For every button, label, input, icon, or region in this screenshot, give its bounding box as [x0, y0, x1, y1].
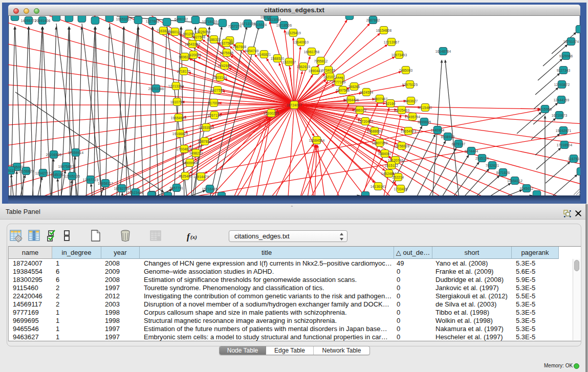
svg-text:8938923: 8938923	[441, 135, 455, 139]
svg-text:1327602: 1327602	[146, 19, 160, 23]
svg-text:7515524: 7515524	[253, 23, 267, 27]
svg-text:12213967: 12213967	[384, 40, 400, 44]
svg-text:17957223: 17957223	[83, 178, 99, 182]
svg-text:2803144: 2803144	[213, 76, 227, 79]
svg-text:6466102: 6466102	[175, 17, 188, 21]
svg-text:16543382: 16543382	[185, 42, 201, 46]
svg-text:12213369: 12213369	[168, 84, 184, 88]
svg-text:17016504: 17016504	[557, 143, 573, 147]
svg-text:15300275: 15300275	[264, 112, 279, 115]
svg-text:7955812: 7955812	[314, 59, 328, 63]
svg-text:1362615: 1362615	[297, 65, 311, 69]
svg-text:8660124: 8660124	[168, 30, 182, 34]
svg-text:252214: 252214	[393, 176, 404, 179]
svg-text:2967608: 2967608	[233, 45, 247, 49]
svg-text:15692971: 15692971	[556, 129, 572, 133]
svg-text:1990443: 1990443	[309, 69, 322, 73]
svg-text:6497568: 6497568	[336, 89, 350, 92]
svg-text:1588520: 1588520	[271, 57, 285, 60]
svg-text:14136141: 14136141	[371, 185, 386, 188]
svg-text:3267130: 3267130	[208, 114, 222, 117]
svg-text:1440954: 1440954	[431, 128, 445, 132]
svg-text:9384067: 9384067	[378, 152, 392, 156]
svg-text:20691406: 20691406	[35, 19, 51, 23]
svg-text:10025433: 10025433	[394, 108, 410, 112]
svg-text:6879197: 6879197	[452, 142, 466, 146]
svg-text:16154808: 16154808	[376, 29, 392, 32]
svg-text:1145191: 1145191	[51, 173, 64, 177]
svg-text:15716485: 15716485	[202, 187, 218, 191]
svg-text:9242843: 9242843	[218, 64, 232, 68]
svg-text:18807269: 18807269	[372, 141, 388, 145]
svg-text:9474444: 9474444	[465, 149, 478, 153]
svg-text:1615112: 1615112	[385, 164, 398, 167]
svg-text:3498222: 3498222	[189, 151, 203, 155]
svg-text:19654923: 19654923	[401, 129, 417, 133]
svg-text:13640910: 13640910	[293, 40, 309, 44]
svg-text:10973493: 10973493	[391, 53, 407, 57]
svg-text:12923446: 12923446	[128, 191, 144, 194]
svg-text:1621072: 1621072	[323, 75, 337, 79]
svg-text:20364436: 20364436	[343, 98, 359, 102]
svg-text:9329966: 9329966	[559, 54, 573, 58]
svg-text:9146821: 9146821	[257, 53, 271, 56]
svg-text:7485003: 7485003	[399, 69, 413, 72]
svg-text:817004: 817004	[208, 101, 220, 105]
svg-text:(x): (x)	[190, 234, 197, 240]
svg-text:15720407: 15720407	[358, 120, 374, 123]
svg-text:13495794: 13495794	[405, 115, 421, 119]
svg-text:12342717: 12342717	[35, 171, 51, 175]
svg-text:10654112: 10654112	[507, 179, 522, 183]
svg-text:9463627: 9463627	[404, 99, 418, 103]
svg-text:12505135: 12505135	[64, 174, 80, 178]
svg-text:8454749: 8454749	[245, 49, 259, 53]
svg-text:1610755: 1610755	[170, 100, 184, 104]
svg-text:5587832: 5587832	[198, 140, 212, 143]
svg-text:18724007: 18724007	[287, 103, 302, 107]
svg-text:7386372: 7386372	[353, 108, 367, 112]
svg-text:8427552: 8427552	[211, 89, 225, 92]
svg-text:746266: 746266	[349, 85, 360, 89]
svg-text:39111: 39111	[8, 169, 15, 172]
svg-text:8186323: 8186323	[207, 38, 221, 41]
svg-text:8813054: 8813054	[268, 18, 281, 21]
svg-text:7357274: 7357274	[228, 25, 242, 28]
svg-text:14914479: 14914479	[193, 175, 209, 179]
svg-text:10688609: 10688609	[367, 129, 383, 133]
svg-text:9657791: 9657791	[170, 186, 184, 190]
svg-text:9327508: 9327508	[192, 35, 206, 39]
svg-text:9734028: 9734028	[322, 69, 336, 72]
svg-text:20206535: 20206535	[46, 153, 62, 157]
svg-text:116753: 116753	[568, 157, 580, 161]
svg-text:15751074: 15751074	[563, 40, 579, 43]
svg-text:10807487: 10807487	[372, 97, 388, 101]
svg-text:12353594: 12353594	[199, 126, 214, 129]
svg-text:9245012: 9245012	[520, 187, 534, 190]
svg-text:12156829: 12156829	[18, 169, 34, 173]
svg-text:62160: 62160	[385, 102, 395, 105]
svg-text:9227343: 9227343	[557, 69, 571, 72]
svg-text:1322037: 1322037	[282, 60, 296, 64]
svg-text:3215955: 3215955	[538, 107, 552, 111]
svg-text:19975887: 19975887	[58, 165, 74, 168]
svg-text:20053346: 20053346	[148, 87, 164, 91]
svg-text:9777169: 9777169	[332, 80, 346, 84]
svg-text:19218506: 19218506	[276, 24, 292, 27]
svg-text:2935114: 2935114	[475, 157, 489, 160]
svg-text:12093872: 12093872	[554, 83, 570, 86]
svg-text:17359914: 17359914	[68, 151, 84, 155]
svg-text:9327508: 9327508	[220, 41, 233, 45]
svg-text:13384554: 13384554	[309, 139, 325, 142]
svg-text:3624554: 3624554	[360, 91, 374, 94]
svg-text:9875685: 9875685	[220, 51, 234, 55]
svg-text:9115460: 9115460	[419, 106, 432, 110]
svg-text:12444159: 12444159	[554, 98, 570, 102]
svg-text:16648784: 16648784	[435, 50, 451, 53]
svg-text:16210673: 16210673	[552, 114, 568, 117]
svg-text:11325419: 11325419	[286, 31, 301, 35]
svg-text:7632621: 7632621	[486, 164, 499, 167]
svg-text:14958117: 14958117	[98, 182, 113, 185]
svg-text:16782759: 16782759	[114, 187, 130, 190]
svg-text:19756928: 19756928	[394, 144, 410, 148]
svg-text:10719135: 10719135	[202, 20, 218, 24]
